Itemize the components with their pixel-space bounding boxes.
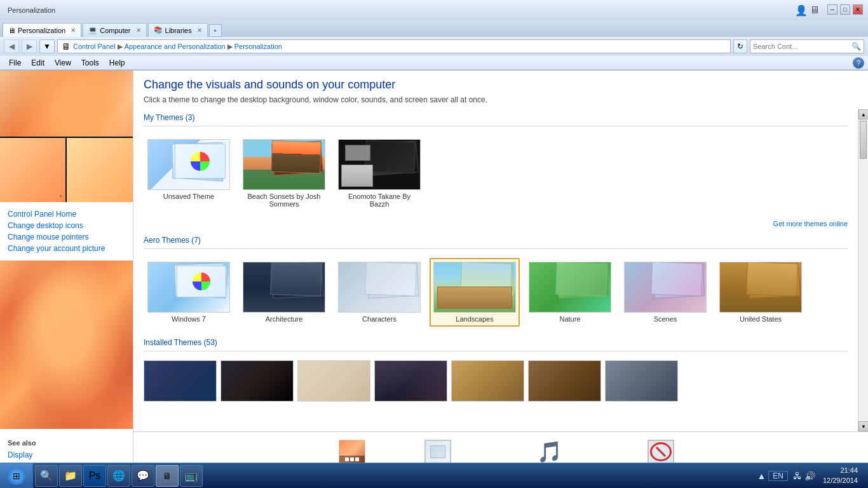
main-layout: ● Control Panel Home Change desktop icon… xyxy=(0,71,868,488)
page-subtitle: Click a theme to change the desktop back… xyxy=(144,95,858,104)
sidebar-image-bottom xyxy=(0,261,133,429)
tray-network-icon[interactable]: 🖧 xyxy=(793,471,802,481)
breadcrumb-bar: 🖥 Control Panel ▶ Appearance and Persona… xyxy=(57,39,731,53)
sidebar-display[interactable]: Display xyxy=(8,449,125,461)
menu-bar: File Edit View Tools Help ? xyxy=(0,56,868,70)
theme-beach-name: Beach Sunsets by Josh Sommers xyxy=(243,193,325,208)
menu-file[interactable]: File xyxy=(4,57,26,69)
page-title: Change the visuals and sounds on your co… xyxy=(144,78,858,92)
theme-chars-thumbnail xyxy=(338,262,421,313)
maximize-button[interactable]: □ xyxy=(840,4,850,15)
installed-theme-5[interactable] xyxy=(451,360,524,402)
tab-libraries-close[interactable]: ✕ xyxy=(197,27,202,34)
installed-theme-2[interactable] xyxy=(220,360,294,402)
theme-arch-thumbnail xyxy=(243,262,325,313)
tab-libraries-label: Libraries xyxy=(165,27,192,34)
installed-theme-6[interactable] xyxy=(528,360,601,402)
title-bar: Personalization 👤 🖥 ─ □ ✕ xyxy=(0,0,868,20)
refresh-button[interactable]: ↻ xyxy=(733,39,747,53)
menu-tools[interactable]: Tools xyxy=(76,57,104,69)
down-arrow-button[interactable]: ▼ xyxy=(39,39,55,53)
sidebar-change-account-picture[interactable]: Change your account picture xyxy=(8,243,125,254)
tab-personalization[interactable]: 🖥 Personalization ✕ xyxy=(3,23,81,37)
get-more-themes-link[interactable]: Get more themes online xyxy=(773,220,848,227)
taskbar-app-search[interactable]: 🔍 xyxy=(35,465,58,487)
tray-arrow-icon[interactable]: ▲ xyxy=(757,471,766,481)
theme-enomoto[interactable]: Enomoto Takane By Bazzh xyxy=(334,135,424,212)
content-header: Change the visuals and sounds on your co… xyxy=(133,71,868,109)
taskbar-app-folder[interactable]: 📁 xyxy=(59,465,82,487)
tab-bar: 🖥 Personalization ✕ 💻 Computer ✕ 📚 Libra… xyxy=(0,20,868,37)
sidebar-change-mouse-pointers[interactable]: Change mouse pointers xyxy=(8,231,125,243)
my-themes-section-header: My Themes (3) xyxy=(144,109,848,126)
taskbar: ⊞ 🔍 📁 Ps 🌐 💬 🖥 📺 ▲ EN 🖧 🔊 21:44 12/29/20… xyxy=(0,463,868,488)
window-color-icon xyxy=(424,438,451,465)
installed-theme-7[interactable] xyxy=(605,360,678,402)
taskbar-app-cp[interactable]: 🖥 xyxy=(156,465,179,487)
scroll-up-arrow[interactable]: ▲ xyxy=(858,109,868,119)
close-button[interactable]: ✕ xyxy=(853,4,863,15)
forward-button[interactable]: ▶ xyxy=(22,39,37,53)
aero-themes-title: Aero Themes (7) xyxy=(144,236,201,245)
taskbar-app-browser[interactable]: 🌐 xyxy=(107,465,130,487)
theme-win7-thumbnail xyxy=(147,262,230,313)
scroll-container: My Themes (3) xyxy=(133,109,868,431)
taskbar-clock: 21:44 12/29/2014 xyxy=(818,466,863,485)
tab-personalization-icon: 🖥 xyxy=(8,27,15,34)
theme-beach[interactable]: Beach Sunsets by Josh Sommers xyxy=(239,135,329,212)
aero-themes-section-header: Aero Themes (7) xyxy=(144,232,848,249)
tray-sound-icon[interactable]: 🔊 xyxy=(804,471,815,481)
sidebar-change-desktop-icons[interactable]: Change desktop icons xyxy=(8,220,125,231)
installed-theme-4[interactable] xyxy=(374,360,447,402)
theme-landscapes[interactable]: Landscapes xyxy=(430,258,520,327)
tab-personalization-close[interactable]: ✕ xyxy=(71,27,76,34)
breadcrumb-control-panel[interactable]: Control Panel xyxy=(73,43,116,50)
tab-computer-close[interactable]: ✕ xyxy=(136,27,141,34)
breadcrumb-appearance[interactable]: Appearance and Personalization xyxy=(125,43,226,50)
monitor-icon[interactable]: 🖥 xyxy=(810,4,820,17)
menu-help[interactable]: Help xyxy=(104,57,130,69)
taskbar-app-7[interactable]: 📺 xyxy=(180,465,203,487)
content-area: Change the visuals and sounds on your co… xyxy=(133,71,868,488)
theme-us[interactable]: United States xyxy=(715,258,806,327)
back-button[interactable]: ◀ xyxy=(4,39,19,53)
search-input[interactable] xyxy=(750,43,849,50)
theme-unsaved[interactable]: Unsaved Theme xyxy=(144,135,234,212)
taskbar-app-ps[interactable]: Ps xyxy=(83,465,106,487)
installed-themes-grid xyxy=(144,358,848,407)
scroll-thumb[interactable] xyxy=(860,121,867,159)
tab-new[interactable]: + xyxy=(209,24,222,37)
user-icon[interactable]: 👤 xyxy=(795,4,808,17)
minimize-button[interactable]: ─ xyxy=(827,4,837,15)
theme-arch-name: Architecture xyxy=(266,315,303,323)
theme-scenes[interactable]: Scenes xyxy=(620,258,710,327)
tab-libraries[interactable]: 📚 Libraries ✕ xyxy=(148,23,208,37)
installed-theme-1[interactable] xyxy=(144,360,217,402)
theme-nature[interactable]: Nature xyxy=(525,258,615,327)
theme-characters[interactable]: Characters xyxy=(334,258,424,327)
theme-scenes-name: Scenes xyxy=(654,315,677,323)
installed-theme-3[interactable] xyxy=(297,360,370,402)
theme-architecture[interactable]: Architecture xyxy=(239,258,329,327)
language-indicator[interactable]: EN xyxy=(768,471,788,481)
menu-view[interactable]: View xyxy=(50,57,76,69)
theme-beach-thumbnail xyxy=(243,139,325,190)
taskbar-time: 21:44 xyxy=(823,466,858,475)
theme-unsaved-thumbnail xyxy=(147,139,230,190)
theme-landscapes-thumbnail xyxy=(433,262,516,313)
tab-computer[interactable]: 💻 Computer ✕ xyxy=(83,23,146,37)
theme-unsaved-name: Unsaved Theme xyxy=(163,193,215,200)
breadcrumb-personalization[interactable]: Personalization xyxy=(234,43,282,50)
tab-libraries-icon: 📚 xyxy=(154,26,163,34)
theme-windows7[interactable]: Windows 7 xyxy=(144,258,234,327)
scroll-down-arrow[interactable]: ▼ xyxy=(858,421,868,431)
menu-edit[interactable]: Edit xyxy=(26,57,50,69)
theme-nature-thumbnail xyxy=(529,262,611,313)
start-button[interactable]: ⊞ xyxy=(0,463,33,489)
taskbar-app-5[interactable]: 💬 xyxy=(132,465,154,487)
search-icon[interactable]: 🔍 xyxy=(849,42,864,51)
sidebar-control-panel-home[interactable]: Control Panel Home xyxy=(8,208,125,220)
help-button[interactable]: ? xyxy=(853,57,864,69)
themes-scroll-content[interactable]: My Themes (3) xyxy=(133,109,858,431)
my-themes-title: My Themes (3) xyxy=(144,113,194,122)
